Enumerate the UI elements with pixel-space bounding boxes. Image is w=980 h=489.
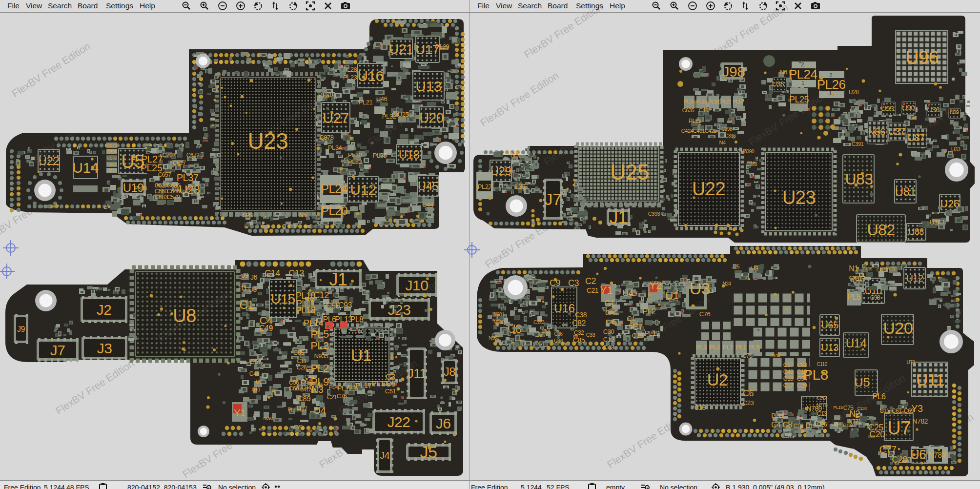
svg-text:J1: J1 (329, 269, 347, 289)
svg-text:C33: C33 (586, 332, 595, 338)
svg-text:U3: U3 (690, 279, 710, 298)
svg-text:2: 2 (801, 61, 804, 67)
svg-text:Y1: Y1 (600, 284, 612, 296)
svg-text:U4: U4 (314, 405, 326, 416)
svg-text:C393: C393 (648, 211, 660, 217)
svg-text:C683: C683 (155, 194, 168, 201)
svg-text:N3: N3 (510, 151, 519, 159)
svg-text:N981: N981 (493, 312, 505, 317)
svg-text:U65: U65 (821, 320, 838, 330)
svg-text:U16: U16 (357, 68, 384, 84)
svg-text:C21: C21 (587, 286, 599, 294)
svg-text:U16: U16 (554, 302, 575, 315)
svg-text:C8: C8 (782, 421, 792, 429)
svg-text:Y1: Y1 (234, 408, 245, 418)
svg-text:U28: U28 (849, 89, 859, 96)
svg-text:U22: U22 (692, 179, 725, 199)
svg-text:C13: C13 (817, 410, 827, 417)
svg-text:PL10: PL10 (886, 266, 897, 271)
svg-text:PL11: PL11 (771, 412, 784, 419)
svg-text:C20: C20 (869, 429, 885, 439)
svg-text:PL1: PL1 (735, 344, 746, 351)
svg-text:C135: C135 (862, 266, 872, 271)
svg-text:N982: N982 (489, 335, 500, 341)
svg-text:C13: C13 (288, 268, 304, 278)
svg-text:C38: C38 (575, 311, 587, 319)
svg-text:L31: L31 (515, 183, 526, 190)
svg-text:PL20: PL20 (321, 204, 347, 217)
svg-text:N86: N86 (868, 126, 885, 137)
svg-text:U96: U96 (905, 47, 939, 68)
svg-text:U4: U4 (622, 288, 633, 298)
svg-text:PL24: PL24 (789, 67, 817, 82)
svg-text:C52: C52 (817, 395, 827, 402)
svg-text:C11: C11 (297, 358, 306, 365)
svg-text:C1: C1 (604, 299, 615, 308)
svg-text:C462: C462 (699, 107, 711, 113)
svg-text:U3: U3 (248, 285, 257, 293)
svg-text:PL22: PL22 (689, 118, 702, 124)
svg-text:PL4: PL4 (709, 344, 720, 351)
svg-text:C110: C110 (817, 362, 827, 367)
svg-text:C391: C391 (852, 141, 864, 147)
svg-text:U6: U6 (910, 447, 926, 462)
svg-text:PL9: PL9 (749, 344, 759, 351)
svg-text:C76: C76 (337, 393, 347, 400)
svg-text:N986: N986 (493, 320, 505, 325)
svg-text:C98: C98 (870, 294, 880, 301)
svg-text:C57: C57 (250, 358, 262, 366)
svg-text:J11: J11 (237, 284, 247, 292)
svg-text:U7: U7 (887, 418, 911, 438)
svg-text:U28: U28 (179, 183, 200, 196)
svg-text:C46: C46 (783, 368, 794, 375)
svg-text:C69: C69 (904, 408, 914, 414)
svg-text:U27: U27 (323, 110, 349, 126)
svg-text:PL35: PL35 (373, 152, 387, 159)
svg-text:U10: U10 (252, 387, 261, 392)
svg-text:PL18: PL18 (708, 99, 719, 104)
svg-text:U90: U90 (902, 103, 915, 112)
svg-text:PL5: PL5 (310, 328, 329, 340)
svg-text:J22: J22 (388, 414, 410, 430)
svg-text:PL1: PL1 (347, 384, 356, 390)
svg-text:J6: J6 (436, 415, 451, 431)
svg-text:C424: C424 (681, 128, 694, 134)
svg-text:N782: N782 (912, 417, 928, 425)
svg-text:C53: C53 (542, 328, 551, 334)
svg-text:C65: C65 (293, 349, 305, 356)
svg-text:C123: C123 (533, 320, 545, 325)
svg-text:PL15: PL15 (833, 405, 843, 410)
svg-text:C60: C60 (289, 385, 299, 392)
svg-text:N935: N935 (314, 352, 328, 360)
svg-text:C707: C707 (163, 152, 176, 159)
svg-text:N771: N771 (848, 418, 862, 425)
svg-text:C49: C49 (259, 324, 273, 332)
svg-text:J6: J6 (250, 273, 258, 281)
svg-text:C76: C76 (699, 310, 711, 318)
svg-text:U15: U15 (271, 291, 295, 306)
svg-text:C422: C422 (705, 128, 717, 134)
svg-text:U23: U23 (782, 187, 816, 208)
svg-text:C43: C43 (603, 344, 614, 351)
svg-text:C17: C17 (783, 382, 794, 389)
svg-text:C18: C18 (783, 375, 794, 382)
svg-text:N5: N5 (299, 211, 306, 219)
svg-text:U33: U33 (951, 146, 960, 152)
svg-text:U1: U1 (351, 346, 371, 365)
svg-text:C85: C85 (573, 336, 585, 344)
svg-text:J7: J7 (50, 342, 65, 358)
svg-text:U5: U5 (854, 375, 870, 389)
svg-text:U88: U88 (908, 227, 924, 237)
svg-text:PL24: PL24 (321, 182, 347, 195)
svg-text:J23: J23 (388, 302, 411, 318)
svg-text:C2: C2 (585, 276, 596, 286)
svg-text:C672: C672 (186, 152, 200, 159)
svg-text:N898: N898 (263, 416, 273, 421)
svg-text:PL23: PL23 (343, 74, 357, 81)
svg-text:U29: U29 (490, 164, 511, 178)
svg-text:C4: C4 (771, 421, 781, 429)
svg-text:C3: C3 (568, 278, 579, 288)
svg-text:N6: N6 (779, 68, 787, 76)
svg-text:C396: C396 (725, 133, 736, 139)
svg-text:PL6: PL6 (323, 315, 337, 324)
